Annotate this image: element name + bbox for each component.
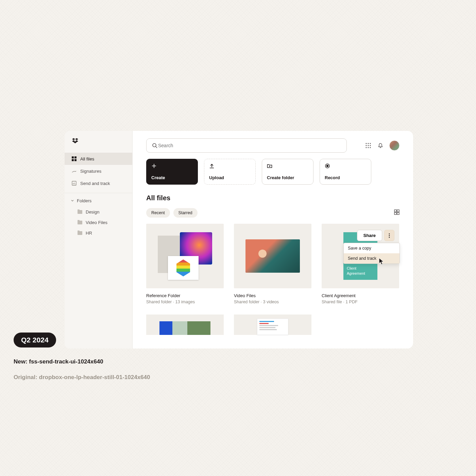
caption-block: Q2 2024 New: fss-send-track-ui-1024x640 … (14, 333, 150, 381)
folder-design[interactable]: Design (65, 207, 132, 217)
svg-point-21 (389, 233, 390, 234)
bell-icon[interactable] (377, 142, 384, 149)
sidebar: All files Signatures Send and track Fold… (65, 131, 133, 348)
file-grid: Reference Folder Shared folder · 13 imag… (146, 224, 400, 335)
filter-recent[interactable]: Recent (146, 208, 170, 218)
menu-save-copy[interactable]: Save a copy (344, 243, 400, 253)
file-title: Video Files (234, 293, 311, 298)
dots-vertical-icon (389, 233, 390, 238)
chevron-down-icon (71, 198, 74, 203)
signature-icon (71, 168, 77, 174)
folder-label: Video Files (86, 220, 107, 225)
svg-point-9 (366, 145, 367, 146)
caption-original: Original: dropbox-one-lp-header-still-01… (14, 374, 150, 381)
svg-rect-3 (74, 159, 76, 161)
nav-all-files[interactable]: All files (65, 153, 132, 165)
main-area: Create Upload Create folder Record (133, 131, 413, 348)
svg-point-11 (370, 145, 371, 146)
file-title: Reference Folder (146, 293, 224, 298)
svg-point-23 (389, 237, 390, 238)
record-button[interactable]: Record (320, 159, 371, 185)
search-box[interactable] (146, 138, 347, 153)
folders-toggle[interactable]: Folders (65, 195, 132, 207)
section-title: All files (146, 194, 400, 202)
svg-point-7 (368, 143, 369, 144)
svg-rect-1 (74, 156, 76, 158)
file-meta: Shared folder · 3 videos (234, 300, 311, 304)
context-menu: Save a copy Send and track (343, 243, 400, 264)
svg-rect-0 (72, 156, 74, 158)
doc-line: Agreement (347, 271, 374, 276)
cursor-icon (379, 258, 385, 265)
svg-rect-19 (394, 213, 396, 215)
nav-label: Signatures (80, 169, 101, 174)
nav-send-track[interactable]: Send and track (65, 177, 132, 189)
file-card-partial-2[interactable] (234, 314, 311, 335)
chart-icon (71, 181, 77, 186)
nav-signatures[interactable]: Signatures (65, 165, 132, 177)
folder-video-files[interactable]: Video Files (65, 217, 132, 228)
view-grid-icon[interactable] (394, 209, 400, 216)
thumbnail (146, 314, 224, 335)
topbar (146, 138, 400, 153)
action-label: Record (325, 175, 366, 180)
folder-label: HR (86, 231, 92, 236)
menu-send-and-track[interactable]: Send and track (344, 253, 400, 264)
more-button[interactable] (384, 230, 394, 241)
folder-icon (78, 231, 82, 235)
upload-button[interactable]: Upload (204, 159, 256, 185)
action-label: Create folder (267, 175, 308, 180)
plus-icon (151, 163, 157, 169)
record-icon (325, 163, 331, 169)
nav-label: All files (80, 156, 94, 162)
file-meta: Shared folder · 13 images (146, 300, 224, 304)
search-icon (151, 142, 158, 149)
thumbnail (146, 224, 224, 288)
dropbox-logo[interactable] (65, 138, 132, 153)
upload-icon (209, 163, 215, 169)
folder-icon (78, 221, 82, 224)
svg-point-10 (368, 145, 369, 146)
file-card-partial-1[interactable] (146, 314, 224, 335)
filter-starred[interactable]: Starred (173, 208, 198, 218)
svg-point-16 (327, 165, 328, 167)
svg-point-22 (389, 235, 390, 236)
create-button[interactable]: Create (146, 159, 198, 185)
avatar[interactable] (389, 140, 400, 151)
folder-label: Design (86, 209, 99, 215)
doc-line: Client (347, 266, 374, 271)
svg-point-13 (368, 147, 369, 148)
svg-rect-20 (397, 213, 399, 215)
nav-label: Send and track (80, 181, 110, 186)
folder-hr[interactable]: HR (65, 228, 132, 238)
folder-icon (78, 210, 82, 214)
action-label: Create (151, 175, 193, 180)
file-meta: Shared file · 1 PDF (322, 300, 399, 304)
filter-row: Recent Starred (146, 208, 400, 218)
app-window: All files Signatures Send and track Fold… (65, 131, 413, 348)
thumbnail (234, 314, 311, 335)
create-folder-button[interactable]: Create folder (262, 159, 313, 185)
svg-rect-17 (394, 210, 396, 212)
share-button[interactable]: Share (357, 230, 382, 241)
thumbnail (234, 224, 311, 288)
svg-point-12 (366, 147, 367, 148)
svg-point-14 (370, 147, 371, 148)
search-input[interactable] (158, 143, 342, 148)
svg-point-6 (366, 143, 367, 144)
apps-grid-icon[interactable] (365, 142, 372, 149)
svg-point-8 (370, 143, 371, 144)
action-label: Upload (209, 175, 251, 180)
thumbnail: Client Agreement Share Save a copy Send … (322, 224, 399, 288)
quarter-badge: Q2 2024 (14, 333, 56, 347)
svg-point-5 (153, 143, 156, 147)
folders-header-label: Folders (77, 198, 91, 203)
file-card-video-files[interactable]: Video Files Shared folder · 3 videos (234, 224, 311, 304)
svg-rect-2 (72, 159, 74, 161)
file-title: Client Agreement (322, 293, 399, 298)
sidebar-divider (65, 193, 132, 193)
file-card-client-agreement[interactable]: Client Agreement Share Save a copy Send … (322, 224, 399, 304)
share-overlay: Share (357, 230, 394, 241)
file-card-reference-folder[interactable]: Reference Folder Shared folder · 13 imag… (146, 224, 224, 304)
caption-new: New: fss-send-track-ui-1024x640 (14, 358, 150, 365)
